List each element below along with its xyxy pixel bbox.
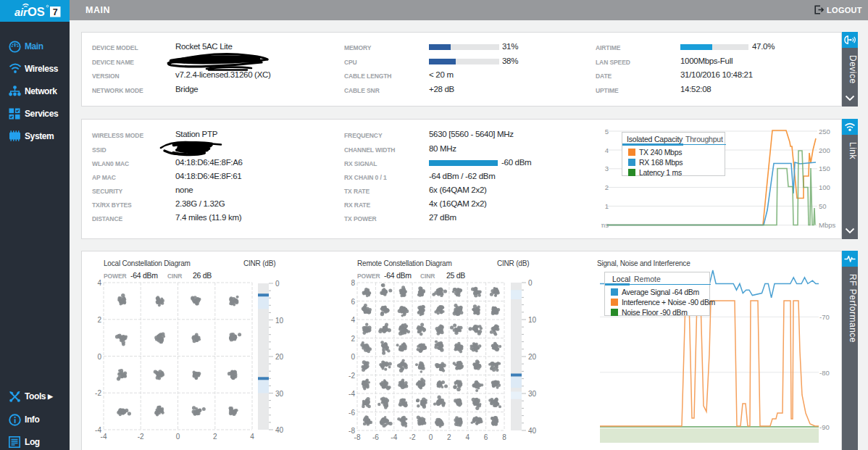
svg-text:0: 0 bbox=[176, 433, 180, 441]
svg-text:-4: -4 bbox=[391, 433, 397, 441]
svg-text:-6: -6 bbox=[372, 433, 379, 441]
svg-text:0: 0 bbox=[351, 353, 355, 361]
svg-text:-90: -90 bbox=[819, 423, 830, 431]
svg-text:3: 3 bbox=[605, 164, 609, 172]
svg-text:-2: -2 bbox=[409, 433, 416, 441]
svg-text:0: 0 bbox=[275, 280, 280, 288]
svg-text:4: 4 bbox=[97, 279, 101, 287]
svg-text:250: 250 bbox=[819, 128, 830, 136]
svg-text:2: 2 bbox=[97, 316, 101, 324]
svg-text:40: 40 bbox=[528, 427, 537, 435]
svg-text:-4: -4 bbox=[349, 390, 355, 398]
svg-text:-2: -2 bbox=[95, 389, 101, 397]
svg-text:0: 0 bbox=[429, 433, 433, 441]
svg-text:-70: -70 bbox=[819, 313, 830, 321]
svg-text:0: 0 bbox=[528, 279, 533, 287]
svg-text:7: 7 bbox=[53, 7, 58, 17]
svg-text:-4: -4 bbox=[95, 426, 101, 434]
svg-text:4: 4 bbox=[250, 433, 254, 441]
svg-text:Mbps: Mbps bbox=[819, 221, 835, 229]
svg-text:4: 4 bbox=[465, 433, 470, 441]
svg-text:50: 50 bbox=[819, 202, 827, 210]
svg-text:30: 30 bbox=[275, 390, 284, 398]
svg-text:2: 2 bbox=[351, 335, 355, 343]
svg-text:OS: OS bbox=[28, 5, 45, 18]
svg-text:20: 20 bbox=[275, 353, 284, 361]
svg-text:2: 2 bbox=[447, 433, 451, 441]
svg-text:30: 30 bbox=[528, 390, 537, 398]
svg-text:20: 20 bbox=[528, 353, 537, 361]
svg-text:8: 8 bbox=[351, 279, 355, 287]
svg-text:2: 2 bbox=[213, 433, 217, 441]
svg-text:-2: -2 bbox=[138, 433, 144, 441]
svg-text:-6: -6 bbox=[349, 409, 355, 417]
svg-text:6: 6 bbox=[351, 298, 355, 306]
svg-text:6: 6 bbox=[484, 433, 488, 441]
svg-text:-8: -8 bbox=[349, 427, 355, 435]
svg-text:40: 40 bbox=[275, 426, 284, 434]
svg-text:10: 10 bbox=[528, 316, 537, 324]
svg-text:2: 2 bbox=[605, 183, 609, 191]
svg-text:air: air bbox=[14, 7, 28, 18]
svg-text:4: 4 bbox=[351, 316, 355, 324]
svg-text:4: 4 bbox=[605, 146, 609, 154]
svg-text:1: 1 bbox=[605, 202, 609, 210]
svg-text:8: 8 bbox=[502, 433, 506, 441]
svg-text:-80: -80 bbox=[819, 369, 830, 377]
svg-text:10: 10 bbox=[275, 317, 284, 325]
svg-text:0: 0 bbox=[97, 353, 101, 361]
svg-text:150: 150 bbox=[819, 164, 830, 172]
svg-text:-2: -2 bbox=[349, 372, 355, 380]
svg-text:100: 100 bbox=[819, 183, 830, 191]
svg-text:200: 200 bbox=[819, 146, 830, 154]
svg-text:5: 5 bbox=[605, 128, 609, 136]
